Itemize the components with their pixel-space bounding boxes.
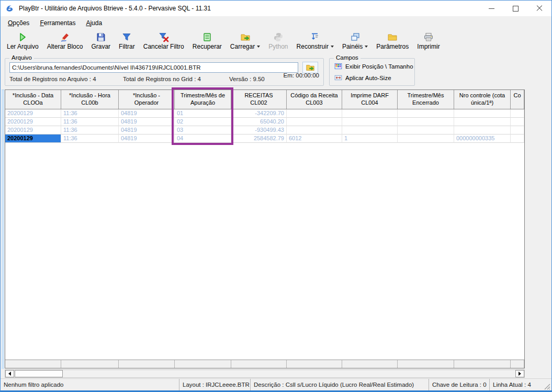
footer-cell-8 [398,360,454,368]
grid-cell-r1-c4[interactable]: 01 [175,109,231,118]
maximize-icon [513,6,519,12]
grid-cell-r4-c6[interactable]: 6012 [287,135,342,143]
grid-cell-r2-c3[interactable]: 04819 [119,118,175,126]
grid-cell-r1-c3[interactable]: 04819 [119,109,175,118]
close-button[interactable] [527,1,551,16]
column-header-3[interactable]: *Inclusão -Operador [119,90,175,109]
grid-cell-r4-c2[interactable]: 11:36 [61,135,119,143]
ler-arquivo-button[interactable]: Ler Arquivo [3,31,42,51]
grid-cell-r2-c10[interactable] [511,118,524,126]
app-window: PlayBtr - Utilitário de Arquivos Btrieve… [0,0,552,392]
grid-cell-r3-c8[interactable] [398,126,454,135]
maximize-button[interactable] [503,1,527,16]
carregar-button[interactable]: Carregar [227,31,264,51]
grid-cell-r1-c1[interactable]: 20200129 [5,109,61,118]
recuperar-button[interactable]: Recuperar [189,31,226,51]
close-icon [536,5,543,12]
grid-cell-r3-c6[interactable] [287,126,342,135]
grid-cell-r2-c4[interactable]: 02 [175,118,231,126]
menu-ferramentas[interactable]: Ferramentas [35,18,81,28]
grid-cell-r2-c5[interactable]: 65040.20 [231,118,287,126]
grid-cell-r4-c9[interactable]: 000000000335 [454,135,511,143]
filtrar-button[interactable]: Filtrar [115,31,139,51]
grid-cell-r2-c6[interactable] [287,118,342,126]
grid-cell-r4-c1[interactable]: 20200129 [5,135,61,143]
minimize-button[interactable] [479,1,503,16]
folder-open-icon [306,63,315,72]
app-icon [5,4,15,13]
menu-ajuda[interactable]: Ajuda [81,18,107,28]
total-registros-arquivo: Total de Registros no Arquivo : 4 [9,76,96,82]
grid-cell-r3-c10[interactable] [511,126,524,135]
footer-cell-10 [511,360,524,368]
grid-cell-r3-c5[interactable]: -930499.43 [231,126,287,135]
status-chave-leitura: Chave de Leitura : 0 [429,379,489,391]
column-header-7[interactable]: Imprime DARFCL004 [342,90,398,109]
grid-cell-r1-c2[interactable]: 11:36 [61,109,119,118]
arquivo-groupbox: Arquivo Total de Registros no Arquivo : … [5,58,324,86]
column-header-1[interactable]: *Inclusão - DataCLOOa [5,90,61,109]
cancelar-filtro-button[interactable]: Cancelar Filtro [140,31,188,51]
grid-cell-r4-c4[interactable]: 04 [175,135,231,143]
grid-cell-r1-c10[interactable] [511,109,524,118]
grid-cell-r1-c7[interactable] [342,109,398,118]
alterar-bloco-button[interactable]: Alterar Bloco [43,31,87,51]
campos-group-label: Campos [334,54,361,61]
grid-cell-r1-c5[interactable]: -342209.70 [231,109,287,118]
campos-groupbox: Campos Exibir Posição \ Tamanho Aplicar … [329,58,415,86]
gravar-button[interactable]: Gravar [87,31,114,51]
scrollbar-thumb[interactable] [15,370,63,377]
grid-cell-r3-c2[interactable]: 11:36 [61,126,119,135]
arrow-left-icon [8,372,11,376]
horizontal-scrollbar[interactable] [5,369,525,378]
menu-opcoes[interactable]: Opções [3,18,35,28]
grid-cell-r2-c8[interactable] [398,118,454,126]
scroll-left-button[interactable] [5,370,14,377]
column-header-5[interactable]: RECEITASCL002 [231,90,287,109]
aplicar-autosize-button[interactable]: Aplicar Auto-Size [334,73,391,82]
imprimir-button[interactable]: Imprimir [413,31,443,51]
column-header-6[interactable]: Código da ReceitaCL003 [287,90,342,109]
window-title: PlayBtr - Utilitário de Arquivos Btrieve… [19,5,211,12]
grid-cell-r3-c7[interactable] [342,126,398,135]
grid-cell-r1-c6[interactable] [287,109,342,118]
grid-cell-r3-c1[interactable]: 20200129 [5,126,61,135]
exibir-posicao-button[interactable]: Exibir Posição \ Tamanho [334,62,413,71]
grid-cell-r4-c7[interactable]: 1 [342,135,398,143]
grid-cell-r2-c9[interactable] [454,118,511,126]
footer-cell-4 [175,360,231,368]
total-registros-grid: Total de Registros no Grid : 4 [123,76,201,82]
grid-cell-r1-c8[interactable] [398,109,454,118]
python-icon [273,32,284,42]
grid-cell-r3-c4[interactable]: 03 [175,126,231,135]
parametros-button[interactable]: Parâmetros [373,31,412,51]
dropdown-caret-icon [331,46,334,48]
grid-empty-area [5,143,524,360]
status-descricao: Descrição : Csll s/Lucro Líquido (Lucro … [250,379,429,391]
column-header-2[interactable]: *Inclusão - HoraCL00b [61,90,119,109]
file-path-input[interactable] [9,62,298,73]
menubar: Opções Ferramentas Ajuda [1,16,551,30]
grid-cell-r4-c5[interactable]: 2584582.79 [231,135,287,143]
grid-cell-r3-c9[interactable] [454,126,511,135]
resize-grip-icon[interactable] [544,383,550,390]
paineis-button[interactable]: Painéis [339,31,371,51]
grid-cell-r4-c3[interactable]: 04819 [119,135,175,143]
grid-cell-r3-c3[interactable]: 04819 [119,126,175,135]
grid-cell-r2-c7[interactable] [342,118,398,126]
grid-cell-r2-c2[interactable]: 11:36 [61,118,119,126]
scroll-right-button[interactable] [515,370,524,377]
column-header-8[interactable]: Trimestre/MêsEncerrado [398,90,454,109]
grid-cell-r4-c10[interactable] [511,135,524,143]
reconstruir-button[interactable]: Reconstruir [293,31,337,51]
column-header-9[interactable]: Nro controle (cotaúnica/1ª) [454,90,511,109]
footer-cell-7 [342,360,398,368]
folder-params-icon [387,32,398,42]
grid-cell-r1-c9[interactable] [454,109,511,118]
browse-file-button[interactable] [302,62,318,73]
column-header-10[interactable]: Co [511,90,524,109]
grid-cell-r4-c8[interactable] [398,135,454,143]
grid-cell-r2-c1[interactable]: 20200129 [5,118,61,126]
column-header-4[interactable]: Trimestre/Mês deApuração [175,90,231,109]
autosize-icon [334,73,343,82]
